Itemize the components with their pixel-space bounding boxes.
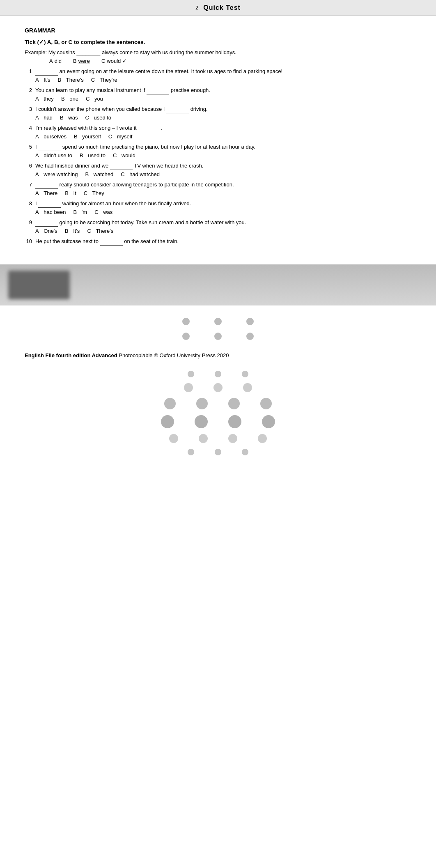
dot-large xyxy=(228,434,237,443)
question-8: 8 I waiting for almost an hour when the … xyxy=(25,200,411,216)
q9-answers: A One's B It's C There's xyxy=(35,227,411,235)
dot-large xyxy=(258,434,267,443)
question-10: 10 He put the suitcase next to on the se… xyxy=(25,237,411,246)
dots-row-lower-3 xyxy=(25,398,411,409)
question-2: 2 You can learn to play any musical inst… xyxy=(25,86,411,103)
dots-row-lower-6 xyxy=(25,449,411,455)
dot-xxlarge xyxy=(262,415,275,428)
dot xyxy=(182,318,190,325)
instruction-text: Tick (✓) A, B, or C to complete the sent… xyxy=(25,39,411,45)
dots-row-1 xyxy=(25,318,411,325)
dots-row-2 xyxy=(25,333,411,340)
footer-bold: English File fourth edition Advanced xyxy=(25,352,117,358)
dots-row-lower-4 xyxy=(25,415,411,428)
dot-large xyxy=(243,383,252,392)
page-header: 2 Quick Test xyxy=(0,0,436,16)
dot-small xyxy=(242,449,248,455)
example-answer-a: A did xyxy=(49,58,62,64)
dot xyxy=(246,318,254,325)
dot-xxlarge xyxy=(161,415,174,428)
questions-list: 1 an event going on at the leisure centr… xyxy=(25,67,411,246)
blurred-middle-section xyxy=(0,264,436,305)
footer-normal: Photocopiable © Oxford University Press … xyxy=(117,352,229,358)
dot-xlarge xyxy=(260,398,272,409)
q5-answers: A didn't use to B used to C would xyxy=(35,152,411,160)
dot-large xyxy=(184,383,193,392)
grammar-heading: GRAMMAR xyxy=(25,27,411,34)
question-6: 6 We had finished dinner and we TV when … xyxy=(25,162,411,178)
q1-answers: A It's B There's C They're xyxy=(35,76,411,84)
example-answer-c: C would ✓ xyxy=(101,58,127,64)
q2-answers: A they B one C you xyxy=(35,95,411,103)
example-answer-b: B were xyxy=(73,58,90,64)
header-number: 2 xyxy=(195,5,198,11)
dot-small xyxy=(188,449,194,455)
dot-small xyxy=(242,371,248,377)
dot-xlarge xyxy=(228,398,240,409)
main-content: GRAMMAR Tick (✓) A, B, or C to complete … xyxy=(0,16,436,256)
header-title: Quick Test xyxy=(203,4,241,11)
example-question: Example: My cousins ________ always come… xyxy=(25,49,411,55)
q8-answers: A had been B 'm C was xyxy=(35,208,411,216)
question-9: 9 going to be scorching hot today. Take … xyxy=(25,218,411,235)
q4-answers: A ourselves B yourself C myself xyxy=(35,133,411,141)
q7-answers: A There B It C They xyxy=(35,189,411,197)
blurred-image-left xyxy=(8,271,70,299)
dot xyxy=(214,333,222,340)
dot xyxy=(214,318,222,325)
dot-large xyxy=(169,434,178,443)
q6-answers: A were watching B watched C had watched xyxy=(35,170,411,179)
dots-section-lower xyxy=(0,367,436,465)
dots-row-lower-2 xyxy=(25,383,411,392)
dot-xxlarge xyxy=(195,415,208,428)
example-answers: A did B were C would ✓ xyxy=(49,58,411,64)
footer-text: English File fourth edition Advanced Pho… xyxy=(0,352,436,358)
dot-xlarge xyxy=(164,398,176,409)
dot-small xyxy=(215,371,221,377)
question-3: 3 I couldn't answer the phone when you c… xyxy=(25,105,411,122)
dot-small xyxy=(188,371,194,377)
dot xyxy=(246,333,254,340)
dots-row-lower-5 xyxy=(25,434,411,443)
question-1: 1 an event going on at the leisure centr… xyxy=(25,67,411,84)
dot xyxy=(182,333,190,340)
dot-xxlarge xyxy=(228,415,241,428)
dots-section-1 xyxy=(0,305,436,352)
question-5: 5 I spend so much time practising the pi… xyxy=(25,143,411,159)
dots-row-lower-1 xyxy=(25,371,411,377)
dot-large xyxy=(199,434,208,443)
dot-small xyxy=(215,449,221,455)
question-7: 7 really should consider allowing teenag… xyxy=(25,181,411,197)
dot-xlarge xyxy=(196,398,208,409)
dot-large xyxy=(213,383,223,392)
q3-answers: A had B was C used to xyxy=(35,114,411,122)
question-4: 4 I'm really pleased with this song – I … xyxy=(25,124,411,140)
